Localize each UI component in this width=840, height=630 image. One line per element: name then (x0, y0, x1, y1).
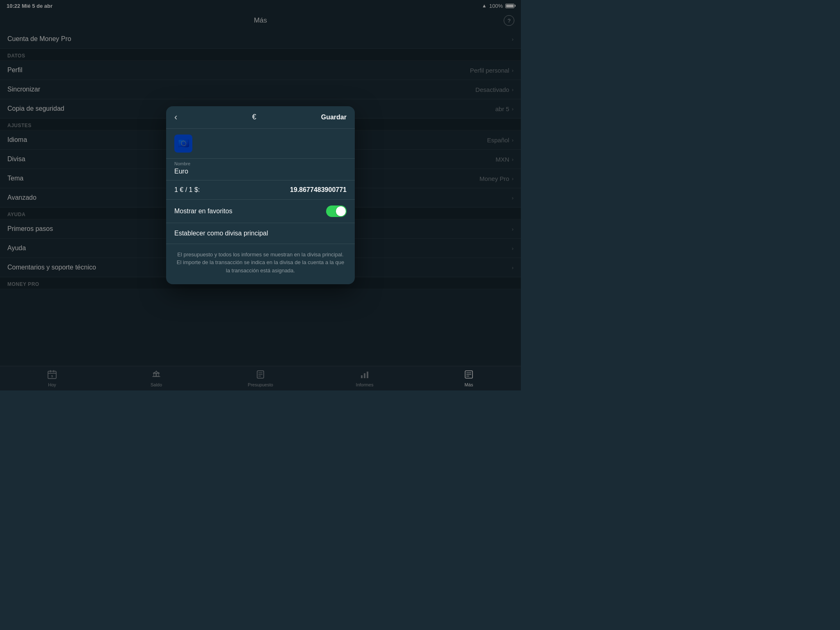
name-field: Nombre (166, 159, 355, 180)
save-button[interactable]: Guardar (321, 114, 347, 121)
name-input[interactable] (174, 168, 347, 175)
rate-value: 19.8677483900771 (290, 186, 347, 194)
modal-overlay: ‹ € Guardar 🇪🇺 Nombre 1 € / 1 $: 19.8677… (0, 0, 521, 390)
eu-flag-icon: 🇪🇺 (174, 135, 192, 153)
set-main-button[interactable]: Establecer como divisa principal (174, 230, 268, 237)
toggle-row: Mostrar en favoritos (166, 200, 355, 223)
main-currency-section: Establecer como divisa principal (166, 223, 355, 244)
modal-flag-section: 🇪🇺 (166, 129, 355, 159)
modal-header: ‹ € Guardar (166, 106, 355, 129)
rate-row: 1 € / 1 $: 19.8677483900771 (166, 180, 355, 200)
back-button[interactable]: ‹ (174, 112, 187, 123)
name-label: Nombre (174, 161, 347, 166)
favorites-label: Mostrar en favoritos (174, 208, 232, 215)
rate-label: 1 € / 1 $: (174, 186, 200, 194)
modal-title: € (252, 113, 256, 121)
currency-modal: ‹ € Guardar 🇪🇺 Nombre 1 € / 1 $: 19.8677… (166, 106, 355, 285)
favorites-toggle[interactable] (326, 205, 347, 217)
modal-info: El presupuesto y todos los informes se m… (166, 244, 355, 285)
info-text: El presupuesto y todos los informes se m… (174, 251, 347, 275)
